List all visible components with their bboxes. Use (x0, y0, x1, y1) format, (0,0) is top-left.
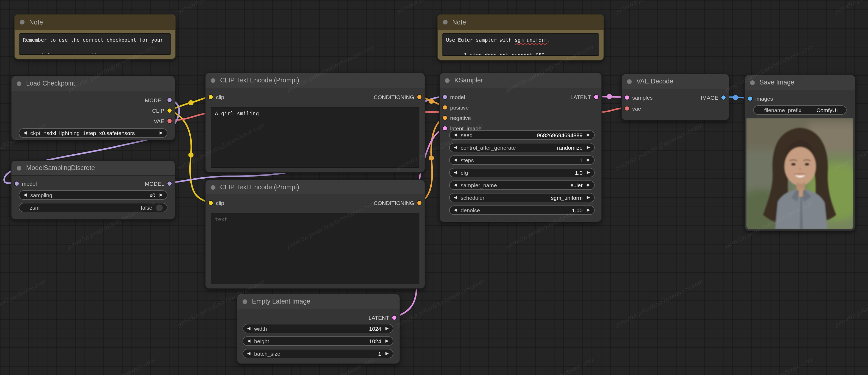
note-text[interactable]: Remember to use the correct checkpoint f… (19, 33, 171, 55)
collapse-dot-icon[interactable] (211, 78, 215, 83)
prev-arrow-icon[interactable]: ◀ (247, 339, 250, 343)
sampling-widget[interactable]: ◀ sampling x0 ▶ (19, 190, 167, 200)
input-port-samples[interactable] (624, 95, 630, 100)
input-port-clip[interactable] (208, 94, 213, 100)
node-save-image[interactable]: Save Image images filename_prefix ComfyU… (744, 74, 856, 231)
node-header[interactable]: Empty Latent Image (237, 294, 400, 309)
prev-arrow-icon[interactable]: ◀ (247, 326, 250, 331)
note-header[interactable]: Note (438, 14, 603, 30)
node-load-checkpoint[interactable]: Load Checkpoint MODEL CLIP VAE ◀ ckpt_n … (11, 75, 175, 140)
note-text[interactable]: Use Euler sampler with sgm_uniform. 1-st… (442, 33, 599, 56)
output-port-latent[interactable] (594, 94, 599, 100)
prev-arrow-icon[interactable]: ◀ (454, 146, 457, 150)
collapse-dot-icon[interactable] (627, 79, 632, 84)
next-arrow-icon[interactable]: ▶ (587, 195, 590, 200)
next-arrow-icon[interactable]: ▶ (385, 351, 389, 356)
next-arrow-icon[interactable]: ▶ (587, 183, 590, 187)
node-ksampler[interactable]: KSampler model positive negative latent_… (439, 72, 602, 222)
next-arrow-icon[interactable]: ▶ (160, 131, 163, 135)
node-vae-decode[interactable]: VAE Decode samples vae IMAGE (621, 73, 729, 121)
collapse-dot-icon[interactable] (211, 185, 215, 190)
input-port-images[interactable] (747, 96, 753, 101)
prev-arrow-icon[interactable]: ◀ (454, 208, 457, 212)
prev-arrow-icon[interactable]: ◀ (454, 133, 457, 137)
collapse-dot-icon[interactable] (750, 80, 755, 85)
zsnr-toggle-widget[interactable]: zsnr false (19, 203, 167, 212)
output-port-latent[interactable] (392, 315, 397, 320)
next-arrow-icon[interactable]: ▶ (385, 326, 389, 331)
widget-value: 1.0 (575, 169, 582, 176)
prev-arrow-icon[interactable]: ◀ (454, 195, 457, 200)
node-empty-latent-image[interactable]: Empty Latent Image LATENT ◀ width 1024 ▶… (237, 294, 400, 364)
prev-arrow-icon[interactable]: ◀ (454, 183, 457, 187)
input-port-model[interactable] (442, 94, 447, 100)
prompt-textarea[interactable]: A girl smiling (211, 107, 420, 168)
note-header[interactable]: Note (14, 14, 175, 30)
steps-widget[interactable]: ◀ steps 1 ▶ (449, 155, 595, 165)
ckpt-name-widget[interactable]: ◀ ckpt_n sdxl_lightning_1step_x0.safeten… (19, 128, 167, 138)
sampler-name-widget[interactable]: ◀ sampler_name euler ▶ (449, 181, 595, 190)
node-graph-canvas[interactable]: Note Remember to use the correct checkpo… (0, 0, 868, 375)
collapse-dot-icon[interactable] (445, 78, 450, 83)
widget-label: cfg (461, 169, 575, 176)
input-port-negative[interactable] (442, 115, 447, 121)
next-arrow-icon[interactable]: ▶ (587, 146, 590, 150)
prompt-textarea[interactable]: text (211, 213, 420, 284)
seed-widget[interactable]: ◀ seed 968269694694889 ▶ (449, 130, 595, 140)
node-header[interactable]: CLIP Text Encode (Prompt) (206, 73, 425, 88)
next-arrow-icon[interactable]: ▶ (587, 158, 590, 162)
input-port-latent-image[interactable] (442, 126, 447, 131)
control-after-generate-widget[interactable]: ◀ control_after_generate randomize ▶ (449, 143, 595, 152)
output-port-clip[interactable] (167, 108, 172, 113)
portrait-photo (746, 118, 854, 229)
node-header[interactable]: ModelSamplingDiscrete (11, 161, 175, 176)
node-model-sampling-discrete[interactable]: ModelSamplingDiscrete model MODEL ◀ samp… (11, 160, 175, 220)
input-port-positive[interactable] (442, 105, 447, 110)
widget-label: steps (461, 157, 580, 163)
collapse-dot-icon[interactable] (443, 20, 447, 25)
output-port-model[interactable] (167, 97, 172, 103)
widget-value: 1.00 (572, 207, 583, 213)
next-arrow-icon[interactable]: ▶ (385, 339, 389, 343)
prev-arrow-icon[interactable]: ◀ (24, 193, 27, 197)
next-arrow-icon[interactable]: ▶ (587, 208, 590, 212)
generated-image-preview (746, 118, 854, 229)
prev-arrow-icon[interactable]: ◀ (454, 170, 457, 175)
node-note-checkpoint[interactable]: Note Remember to use the correct checkpo… (14, 14, 176, 59)
node-clip-text-encode-positive[interactable]: CLIP Text Encode (Prompt) clip CONDITION… (205, 72, 425, 173)
collapse-dot-icon[interactable] (17, 81, 21, 86)
output-port-conditioning[interactable] (417, 200, 422, 206)
output-port-model[interactable] (167, 181, 172, 186)
node-note-sampler[interactable]: Note Use Euler sampler with sgm_uniform.… (437, 14, 604, 61)
node-header[interactable]: CLIP Text Encode (Prompt) (206, 180, 425, 195)
collapse-dot-icon[interactable] (20, 20, 25, 25)
node-header[interactable]: VAE Decode (622, 74, 729, 89)
prev-arrow-icon[interactable]: ◀ (454, 158, 457, 162)
height-widget[interactable]: ◀ height 1024 ▶ (243, 336, 393, 346)
output-port-image[interactable] (721, 95, 726, 100)
node-clip-text-encode-negative[interactable]: CLIP Text Encode (Prompt) clip CONDITION… (205, 180, 425, 289)
input-port-clip[interactable] (208, 200, 213, 206)
cfg-widget[interactable]: ◀ cfg 1.0 ▶ (449, 168, 595, 177)
width-widget[interactable]: ◀ width 1024 ▶ (243, 324, 393, 333)
scheduler-widget[interactable]: ◀ scheduler sgm_uniform ▶ (449, 193, 595, 202)
next-arrow-icon[interactable]: ▶ (587, 170, 590, 175)
prev-arrow-icon[interactable]: ◀ (24, 131, 27, 135)
node-header[interactable]: Load Checkpoint (11, 76, 175, 91)
output-port-conditioning[interactable] (417, 94, 422, 100)
next-arrow-icon[interactable]: ▶ (160, 193, 163, 197)
denoise-widget[interactable]: ◀ denoise 1.00 ▶ (449, 206, 595, 215)
toggle-knob-icon[interactable] (156, 204, 163, 211)
collapse-dot-icon[interactable] (17, 165, 21, 170)
input-port-vae[interactable] (624, 106, 630, 111)
input-label-model: model (450, 94, 465, 100)
node-header[interactable]: KSampler (440, 73, 601, 88)
filename-prefix-widget[interactable]: filename_prefix ComfyUI (753, 105, 847, 115)
collapse-dot-icon[interactable] (243, 299, 247, 304)
batch-size-widget[interactable]: ◀ batch_size 1 ▶ (243, 349, 393, 358)
node-header[interactable]: Save Image (745, 75, 855, 90)
output-port-vae[interactable] (167, 118, 172, 124)
prev-arrow-icon[interactable]: ◀ (247, 351, 250, 356)
next-arrow-icon[interactable]: ▶ (587, 133, 590, 137)
input-port-model[interactable] (14, 181, 19, 186)
